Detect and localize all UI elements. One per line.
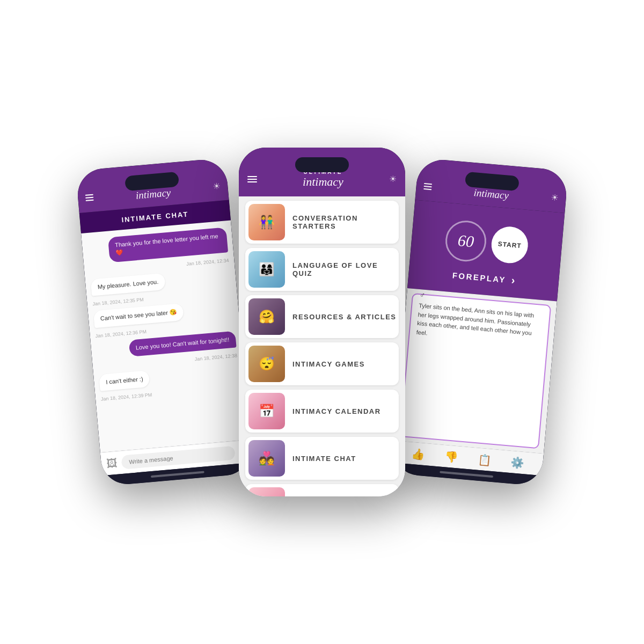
phone-center: ULTIMATE intimacy ☀ CONVERSATION STARTER… [239, 148, 405, 496]
menu-image-positions [248, 487, 285, 496]
chat-screen-title: INTIMATE CHAT [121, 210, 189, 224]
image-attachment-icon[interactable]: 🖼 [106, 457, 118, 470]
menu-image-games [248, 346, 285, 382]
settings-icon[interactable]: ⚙️ [510, 456, 525, 470]
timer-container: 60 START [444, 219, 530, 267]
menu-item-resources[interactable]: RESOURCES & ARTICLES [245, 295, 399, 338]
phones-container: ULTIMATE intimacy ☀ INTIMATE CHAT Thank … [80, 80, 564, 564]
menu-item-positions[interactable]: POSITIONS [245, 484, 399, 496]
menu-icon-center[interactable] [247, 176, 257, 182]
game-category: FOREPLAY › [452, 269, 516, 287]
menu-image-calendar [248, 393, 285, 429]
sun-icon-right[interactable]: ☀ [551, 192, 559, 203]
notch-center [295, 157, 349, 172]
menu-label-chat: INTIMATE CHAT [288, 455, 399, 463]
message-1-time: Jan 18, 2024, 12:34 [90, 258, 229, 275]
menu-item-intimacy-games[interactable]: INTIMACY GAMES [245, 342, 399, 385]
menu-image-language [248, 251, 285, 288]
game-card-text: Tyler sits on the bed, Ann sits on his l… [416, 301, 543, 347]
phone-right: ULTIMATE intimacy ☀ 60 START FOREPLAY [391, 158, 568, 486]
message-4-time: Jan 18, 2024, 12:38 [98, 353, 238, 370]
gender-icon: ♂ [419, 289, 426, 301]
sun-icon-center[interactable]: ☀ [389, 174, 397, 184]
sun-icon-left[interactable]: ☀ [213, 181, 221, 192]
menu-item-intimacy-calendar[interactable]: INTIMACY CALENDAR [245, 390, 399, 433]
game-area: 60 START FOREPLAY › [407, 200, 565, 302]
timer-number: 60 [457, 231, 475, 251]
message-4: Love you too! Can't wait for tonight!! [129, 331, 237, 357]
notes-icon[interactable]: 📋 [477, 453, 492, 467]
thumbs-up-icon[interactable]: 👍 [411, 447, 426, 461]
thumbs-down-icon[interactable]: 👎 [444, 450, 458, 464]
menu-list[interactable]: CONVERSATION STARTERS LANGUAGE OF LOVE Q… [239, 196, 405, 496]
category-arrow[interactable]: › [511, 274, 516, 287]
message-1: Thank you for the love letter you left m… [108, 227, 228, 262]
game-card: ♂ Tyler sits on the bed, Ann sits on his… [400, 293, 551, 449]
menu-label-calendar: INTIMACY CALENDAR [288, 407, 399, 415]
menu-icon-left[interactable] [85, 194, 94, 201]
menu-label-conversation: CONVERSATION STARTERS [288, 214, 399, 230]
message-3: Can't wait to see you later 😘 [93, 303, 184, 328]
phone-left: ULTIMATE intimacy ☀ INTIMATE CHAT Thank … [76, 158, 253, 486]
start-button[interactable]: START [490, 225, 530, 265]
message-5: I can't either :) [99, 370, 150, 391]
menu-image-chat [248, 440, 285, 477]
menu-label-language: LANGUAGE OF LOVE QUIZ [288, 261, 399, 277]
message-2: My pleasure. Love you. [91, 273, 166, 296]
menu-icon-right[interactable] [423, 182, 432, 189]
timer-circle: 60 [444, 219, 488, 263]
menu-label-games: INTIMACY GAMES [288, 360, 399, 368]
menu-image-conversation [248, 204, 285, 240]
menu-item-language-of-love[interactable]: LANGUAGE OF LOVE QUIZ [245, 248, 399, 291]
menu-item-intimate-chat[interactable]: INTIMATE CHAT [245, 437, 399, 480]
menu-image-resources [248, 298, 285, 335]
logo-script-text-center: intimacy [303, 175, 343, 189]
menu-item-conversation-starters[interactable]: CONVERSATION STARTERS [245, 201, 399, 244]
category-label: FOREPLAY [452, 270, 506, 284]
menu-label-resources: RESOURCES & ARTICLES [288, 313, 399, 321]
chat-messages-list[interactable]: Thank you for the love letter you left m… [81, 220, 250, 452]
